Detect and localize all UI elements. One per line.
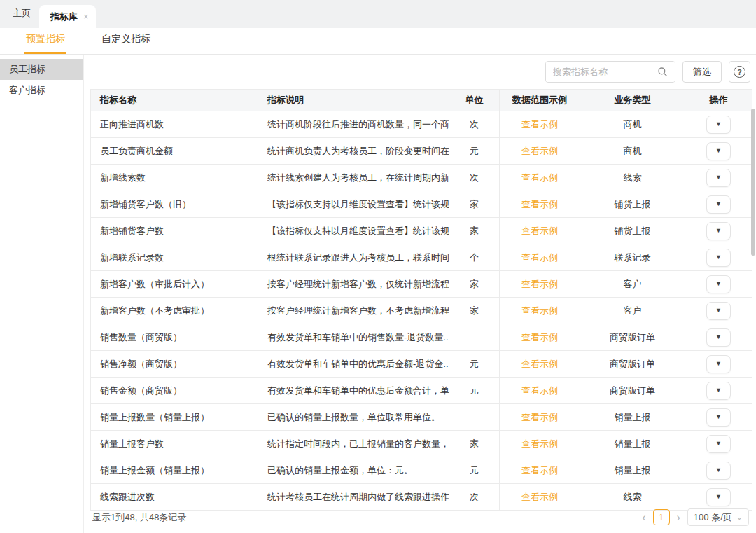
view-example-link[interactable]: 查看示例 — [522, 252, 558, 263]
current-page-button[interactable]: 1 — [653, 509, 670, 525]
row-actions-dropdown-button[interactable]: ▼ — [706, 169, 731, 187]
view-example-link[interactable]: 查看示例 — [522, 279, 558, 289]
table-scrollbar[interactable] — [751, 109, 755, 256]
row-actions-dropdown-button[interactable]: ▼ — [706, 435, 731, 453]
operation-cell: ▼ — [685, 191, 752, 218]
row-actions-dropdown-button[interactable]: ▼ — [706, 116, 731, 134]
sub-tab-bar: 预置指标 自定义指标 — [0, 28, 756, 55]
unit-cell: 家 — [449, 431, 500, 457]
table-row: 销售净额（商贸版） 有效发货单和车销单中的优惠后金额-退货金... 元 查看示例… — [91, 351, 752, 378]
row-actions-dropdown-button[interactable]: ▼ — [706, 275, 731, 293]
view-example-link[interactable]: 查看示例 — [522, 332, 558, 342]
prev-page-button[interactable]: ‹ — [640, 512, 647, 523]
tab-custom-indicators[interactable]: 自定义指标 — [100, 33, 152, 54]
table-row: 销量上报客户数 统计指定时间段内，已上报销量的客户数量，... 家 查看示例 销… — [91, 431, 752, 457]
row-actions-dropdown-button[interactable]: ▼ — [706, 302, 731, 320]
pagination: ‹ 1 › 100 条/页 ⌄ — [640, 508, 749, 526]
sidebar-item-employee-indicators[interactable]: 员工指标 — [0, 59, 83, 80]
caret-down-icon: ▼ — [715, 174, 722, 181]
indicator-desc-cell: 有效发货单和车销单中的优惠后金额-退货金... — [258, 351, 449, 378]
caret-down-icon: ▼ — [715, 467, 722, 473]
filter-button[interactable]: 筛选 — [682, 61, 722, 83]
caret-down-icon: ▼ — [715, 387, 722, 394]
header-indicator-desc: 指标说明 — [258, 90, 449, 111]
table-row: 新增线索数 统计线索创建人为考核员工，在统计周期内新... 次 查看示例 线索 … — [91, 165, 752, 191]
row-actions-dropdown-button[interactable]: ▼ — [706, 328, 731, 347]
unit-cell — [449, 324, 500, 351]
example-cell: 查看示例 — [500, 165, 580, 191]
view-example-link[interactable]: 查看示例 — [522, 119, 558, 130]
sidebar: 员工指标 客户指标 — [0, 55, 84, 533]
operation-cell: ▼ — [685, 431, 752, 457]
business-type-cell: 铺货上报 — [580, 191, 685, 218]
view-example-link[interactable]: 查看示例 — [522, 438, 558, 449]
indicator-desc-cell: 有效发货单和车销单中的优惠后金额合计，单... — [258, 378, 449, 404]
indicator-desc-cell: 统计指定时间段内，已上报销量的客户数量，... — [258, 431, 449, 457]
indicator-name-cell: 新增铺货客户数（旧） — [91, 191, 258, 218]
row-actions-dropdown-button[interactable]: ▼ — [706, 462, 731, 480]
operation-cell: ▼ — [685, 378, 752, 404]
indicator-desc-cell: 按客户经理统计新增客户数，仅统计新增流程... — [258, 271, 449, 298]
example-cell: 查看示例 — [500, 457, 580, 484]
indicator-desc-cell: 统计商机负责人为考核员工，阶段变更时间在... — [258, 138, 449, 165]
close-icon[interactable]: × — [83, 11, 89, 22]
help-button[interactable]: ? — [729, 61, 750, 83]
page-size-label: 100 条/页 — [694, 511, 732, 524]
view-example-link[interactable]: 查看示例 — [522, 359, 558, 369]
unit-cell: 元 — [449, 138, 500, 165]
unit-cell — [449, 404, 500, 431]
tab-preset-indicators[interactable]: 预置指标 — [24, 33, 66, 54]
row-actions-dropdown-button[interactable]: ▼ — [706, 408, 731, 427]
row-actions-dropdown-button[interactable]: ▼ — [706, 382, 731, 400]
search-input[interactable] — [546, 62, 650, 82]
operation-cell: ▼ — [685, 138, 752, 165]
unit-cell: 次 — [449, 111, 500, 138]
view-example-link[interactable]: 查看示例 — [522, 199, 558, 209]
row-actions-dropdown-button[interactable]: ▼ — [706, 222, 731, 240]
indicator-desc-cell: 已确认的销量上报金额，单位：元。 — [258, 457, 449, 484]
view-example-link[interactable]: 查看示例 — [522, 172, 558, 183]
view-example-link[interactable]: 查看示例 — [522, 385, 558, 396]
caret-down-icon: ▼ — [715, 494, 722, 500]
table-row: 正向推进商机数 统计商机阶段往后推进的商机数量，同一个商... 次 查看示例 商… — [91, 111, 752, 138]
row-actions-dropdown-button[interactable]: ▼ — [706, 195, 731, 214]
unit-cell: 家 — [449, 271, 500, 298]
caret-down-icon: ▼ — [715, 441, 722, 447]
example-cell: 查看示例 — [500, 404, 580, 431]
search-icon[interactable] — [650, 62, 675, 82]
view-example-link[interactable]: 查看示例 — [522, 226, 558, 236]
caret-down-icon: ▼ — [715, 307, 722, 314]
next-page-button[interactable]: › — [676, 512, 682, 523]
view-example-link[interactable]: 查看示例 — [522, 465, 558, 476]
table-row: 新增联系记录数 根统计联系记录跟进人为考核员工，联系时间... 个 查看示例 联… — [91, 244, 752, 271]
business-type-cell: 客户 — [580, 271, 685, 298]
view-example-link[interactable]: 查看示例 — [522, 146, 558, 156]
row-actions-dropdown-button[interactable]: ▼ — [706, 142, 731, 160]
view-example-link[interactable]: 查看示例 — [522, 305, 558, 316]
indicator-name-cell: 新增线索数 — [91, 165, 258, 191]
search-box — [545, 61, 676, 83]
indicator-desc-cell: 统计商机阶段往后推进的商机数量，同一个商... — [258, 111, 449, 138]
indicator-name-cell: 销量上报客户数 — [91, 431, 258, 457]
business-type-cell: 销量上报 — [580, 457, 685, 484]
example-cell: 查看示例 — [500, 218, 580, 244]
business-type-cell: 销量上报 — [580, 431, 685, 457]
sidebar-item-customer-indicators[interactable]: 客户指标 — [0, 80, 83, 101]
row-actions-dropdown-button[interactable]: ▼ — [706, 355, 731, 373]
tab-home[interactable]: 主页 — [10, 7, 39, 28]
table-header-row: 指标名称 指标说明 单位 数据范围示例 业务类型 操作 — [91, 90, 752, 111]
page-size-select[interactable]: 100 条/页 ⌄ — [687, 508, 749, 526]
tab-indicator-library[interactable]: 指标库 × — [39, 5, 96, 28]
view-example-link[interactable]: 查看示例 — [522, 492, 558, 502]
header-operation: 操作 — [685, 90, 752, 111]
tab-indicator-library-label: 指标库 — [50, 11, 78, 23]
indicator-desc-cell: 统计线索创建人为考核员工，在统计周期内新... — [258, 165, 449, 191]
unit-cell: 次 — [449, 165, 500, 191]
caret-down-icon: ▼ — [715, 121, 722, 127]
row-actions-dropdown-button[interactable]: ▼ — [706, 249, 731, 267]
indicator-desc-cell: 有效发货单和车销单中的销售数量-退货数量... — [258, 324, 449, 351]
example-cell: 查看示例 — [500, 111, 580, 138]
view-example-link[interactable]: 查看示例 — [522, 412, 558, 422]
example-cell: 查看示例 — [500, 244, 580, 271]
business-type-cell: 商机 — [580, 111, 685, 138]
